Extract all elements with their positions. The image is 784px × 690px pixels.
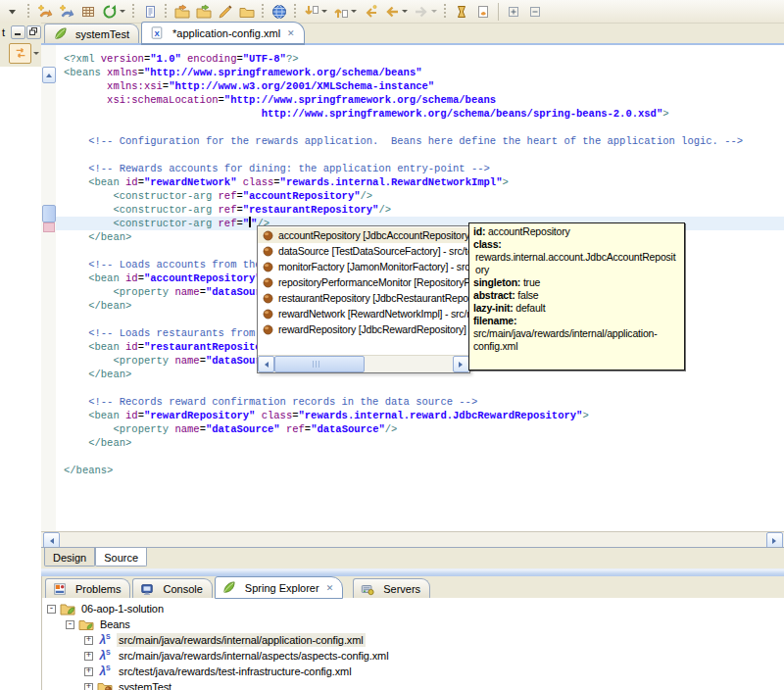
code-line: <beans xmlns="http://www.springframework… — [64, 66, 784, 79]
tooltip-field: filename: src/main/java/rewards/internal… — [473, 315, 680, 353]
collapse-expander-icon[interactable]: - — [66, 620, 74, 629]
completion-item[interactable]: monitorFactory [JamonMonitorFactory] - s… — [258, 259, 469, 274]
dropdown-caret-icon — [120, 10, 125, 16]
toolbar-separator — [25, 3, 32, 21]
view-menu-caret-icon[interactable] — [33, 52, 39, 58]
code-line: <!-- Configuration for the rewards appli… — [64, 134, 784, 148]
close-icon[interactable]: ✕ — [287, 28, 295, 38]
import-folder-icon[interactable] — [172, 1, 193, 22]
paintbrush-icon[interactable] — [215, 1, 236, 22]
export-folder-icon[interactable] — [193, 1, 215, 22]
next-annotation-icon[interactable] — [301, 1, 330, 22]
dropdown-caret-icon — [431, 10, 437, 16]
spring-bean-icon — [261, 275, 274, 289]
prev-annotation-icon[interactable] — [330, 1, 360, 22]
code-line: <?xml version="1.0" encoding="UTF-8"?> — [64, 52, 784, 66]
tree-item[interactable]: +λSsrc/test/java/rewards/test-infrastruc… — [42, 664, 784, 679]
back-icon[interactable] — [381, 1, 411, 22]
tab-systemtest[interactable]: systemTest — [44, 24, 139, 43]
code-line — [64, 148, 784, 162]
spring-explorer-tree[interactable]: -06-aop-1-solution-Beans+λSsrc/main/java… — [42, 598, 784, 690]
tab-application-config[interactable]: X *application-config.xml ✕ — [141, 22, 305, 45]
forward-icon[interactable] — [411, 1, 440, 22]
copybook-icon[interactable] — [139, 1, 161, 22]
completion-item[interactable]: rewardNetwork [RewardNetworkImpl] - src/… — [258, 306, 469, 321]
scroll-right-button[interactable] — [453, 356, 469, 372]
tab-servers[interactable]: Servers — [353, 578, 430, 598]
scrollbar-thumb[interactable] — [274, 356, 365, 372]
completion-item-label: rewardRepository [JdbcRewardRepository] … — [278, 323, 469, 335]
editor-tab-bar: systemTest X *application-config.xml ✕ — [41, 23, 784, 45]
code-line — [64, 121, 784, 134]
editor-horizontal-scrollbar[interactable] — [41, 531, 784, 548]
completion-item[interactable]: repositoryPerformanceMonitor [Repository… — [258, 274, 469, 290]
expand-expander-icon[interactable]: + — [84, 667, 93, 676]
tab-design[interactable]: Design — [44, 548, 95, 567]
code-line: http://www.springframework.org/schema/be… — [64, 107, 784, 121]
eclipse-window: t systemTest X *application-config.xml ✕… — [0, 0, 784, 690]
toolbar-separator — [292, 3, 299, 21]
tab-label: Problems — [75, 583, 121, 595]
tree-item[interactable]: +λSsrc/main/java/rewards/internal/applic… — [42, 632, 784, 648]
tab-problems[interactable]: Problems — [45, 578, 130, 598]
bottom-panel: Problems Console Spring Explorer ✕ Serve… — [41, 576, 784, 690]
dropdown-caret-icon — [351, 10, 357, 16]
arrow-left-icon — [47, 538, 54, 544]
expand-expander-icon[interactable]: + — [84, 652, 93, 661]
new-wizard-icon[interactable] — [34, 1, 56, 22]
tab-label: Spring Explorer — [245, 582, 319, 594]
minimize-view-button[interactable] — [11, 25, 25, 39]
scroll-up-button[interactable] — [42, 67, 56, 83]
tree-item[interactable]: -Beans — [42, 616, 784, 632]
completion-item[interactable]: restaurantRepository [JdbcRestaurantRepo… — [258, 290, 469, 306]
tree-item-label: src/main/java/rewards/internal/aspects/a… — [117, 649, 391, 663]
last-edit-location-icon[interactable] — [360, 1, 381, 22]
folder-icon[interactable] — [236, 1, 258, 22]
arrow-left-icon — [262, 362, 269, 368]
expand-expander-icon[interactable]: + — [84, 683, 93, 690]
tab-source[interactable]: Source — [95, 548, 147, 567]
collapse-expander-icon[interactable]: - — [47, 605, 56, 614]
tab-label: Source — [104, 552, 138, 564]
tab-console[interactable]: Console — [132, 578, 212, 598]
expand-expander-icon[interactable]: + — [84, 636, 93, 645]
toolbar-separator — [442, 3, 449, 21]
tab-spring-explorer[interactable]: Spring Explorer ✕ — [215, 576, 343, 599]
menu-dropdown-icon[interactable] — [2, 1, 24, 22]
content-assist-list[interactable]: accountRepository [JdbcAccountRepository… — [258, 227, 469, 356]
left-scrollbar[interactable] — [41, 45, 57, 531]
toolbar-divider — [498, 3, 499, 21]
servers-icon — [360, 581, 375, 597]
tree-item[interactable]: +λSsrc/main/java/rewards/internal/aspect… — [42, 648, 784, 664]
beans-folder-icon — [78, 616, 94, 632]
tree-item[interactable]: +systemTest — [42, 679, 784, 690]
code-line: <!-- Records reward confirmation records… — [64, 395, 784, 409]
scrollbar-thumb[interactable] — [42, 205, 56, 222]
tab-label: *application-config.xml — [172, 27, 280, 39]
main-toolbar — [0, 0, 784, 24]
popup-horizontal-scrollbar[interactable] — [258, 355, 469, 372]
tree-item[interactable]: -06-aop-1-solution — [42, 601, 784, 616]
completion-item-label: restaurantRepository [JdbcRestaurantRepo… — [278, 292, 469, 304]
web-browser-icon[interactable] — [269, 1, 290, 22]
spring-leaf-icon — [221, 580, 237, 596]
tab-label: Servers — [383, 583, 420, 595]
bean-folder-icon — [97, 679, 113, 690]
validate-icon[interactable] — [451, 1, 472, 22]
new-wizard-alt-icon[interactable] — [56, 1, 77, 22]
xml-tools-icon[interactable] — [472, 1, 494, 22]
completion-item[interactable]: dataSource [TestDataSourceFactory] - src… — [258, 243, 469, 259]
table-icon[interactable] — [77, 1, 99, 22]
scroll-left-button[interactable] — [258, 356, 274, 372]
collapse-all-icon[interactable] — [524, 1, 546, 22]
refresh-icon[interactable] — [99, 1, 128, 22]
expand-all-icon[interactable] — [503, 1, 524, 22]
beans-config-icon: λS — [97, 648, 113, 664]
completion-item[interactable]: rewardRepository [JdbcRewardRepository] … — [258, 321, 469, 337]
link-with-editor-button[interactable] — [9, 43, 31, 64]
editor-page-tabs: Design Source — [41, 547, 784, 569]
close-icon[interactable]: ✕ — [326, 583, 334, 593]
maximize-view-button[interactable] — [26, 25, 41, 39]
svg-text:X: X — [154, 29, 160, 38]
completion-item[interactable]: accountRepository [JdbcAccountRepository… — [258, 227, 469, 243]
